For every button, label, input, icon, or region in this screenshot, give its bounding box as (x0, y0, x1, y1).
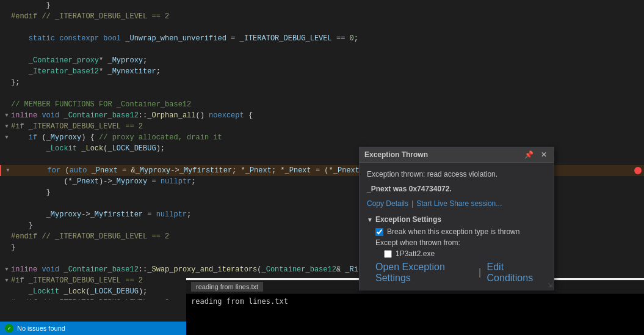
resize-handle[interactable]: ⇲ (548, 282, 552, 289)
terminal-tab[interactable]: reading from lines.txt (191, 282, 263, 292)
code-line: }; (0, 77, 644, 88)
break-checkbox-row: Break when this exception type is thrown (367, 227, 546, 236)
code-line: ▼ inline void _Container_base12::_Orphan… (0, 110, 644, 121)
link-separator: | (411, 199, 413, 208)
terminal-text: reading from lines.txt (191, 297, 288, 306)
status-bar: ✓ No issues found (0, 322, 186, 335)
exception-title: Exception Thrown (364, 150, 428, 159)
code-line: ▼ if (_Myproxy) { // proxy allocated, dr… (0, 132, 644, 143)
code-line: } (0, 0, 644, 11)
exe-label: 1P3att2.exe (396, 249, 435, 258)
code-line (0, 22, 644, 33)
code-line: static constexpr bool _Unwrap_when_unver… (0, 33, 644, 44)
share-session-link[interactable]: Start Live Share session... (416, 199, 502, 208)
title-icons: 📌 ✕ (523, 150, 549, 160)
terminal-content: reading from lines.txt (186, 293, 644, 310)
open-exception-settings-link[interactable]: Open Exception Settings (375, 262, 472, 284)
exception-panel: Exception Thrown 📌 ✕ Exception thrown: r… (359, 147, 554, 290)
code-line (0, 88, 644, 99)
code-line: _Container_proxy* _Myproxy; (0, 55, 644, 66)
collapse-arrow-icon[interactable]: ▼ (367, 216, 373, 223)
exception-message-line1: Exception thrown: read access violation. (367, 169, 546, 180)
no-issues-label: No issues found (17, 325, 65, 332)
code-line: #endif // _ITERATOR_DEBUG_LEVEL == 2 (0, 11, 644, 22)
close-button[interactable]: ✕ (539, 150, 549, 160)
check-icon: ✓ (5, 324, 13, 333)
settings-links-row: Open Exception Settings | Edit Condition… (367, 262, 546, 284)
exception-indicator (634, 167, 642, 174)
exception-detail: _Pnext was 0x74734072. (367, 185, 546, 193)
copy-details-link[interactable]: Copy Details (367, 199, 408, 208)
link-separator2: | (476, 267, 483, 278)
code-line: _Iterator_base12* _Mynextiter; (0, 66, 644, 77)
break-exception-checkbox[interactable] (375, 228, 383, 236)
exception-body: Exception thrown: read access violation.… (360, 163, 554, 290)
break-checkbox-label: Break when this exception type is thrown (387, 227, 519, 236)
exe-exception-checkbox[interactable] (384, 250, 392, 258)
except-from-label: Except when thrown from: (367, 238, 546, 247)
exception-settings-label: Exception Settings (375, 215, 441, 224)
exception-settings-header: ▼ Exception Settings (367, 215, 546, 224)
code-line: // MEMBER FUNCTIONS FOR _Container_base1… (0, 99, 644, 110)
code-line (0, 44, 644, 55)
pin-button[interactable]: 📌 (523, 150, 535, 160)
edit-conditions-link[interactable]: Edit Conditions (487, 262, 546, 284)
code-line: ▼ #if _ITERATOR_DEBUG_LEVEL == 2 (0, 121, 644, 132)
except-from-item: 1P3att2.exe (367, 249, 546, 258)
terminal-tab-label: reading from lines.txt (196, 283, 258, 290)
exception-title-bar: Exception Thrown 📌 ✕ (360, 147, 554, 163)
exception-links: Copy Details | Start Live Share session.… (367, 199, 546, 208)
